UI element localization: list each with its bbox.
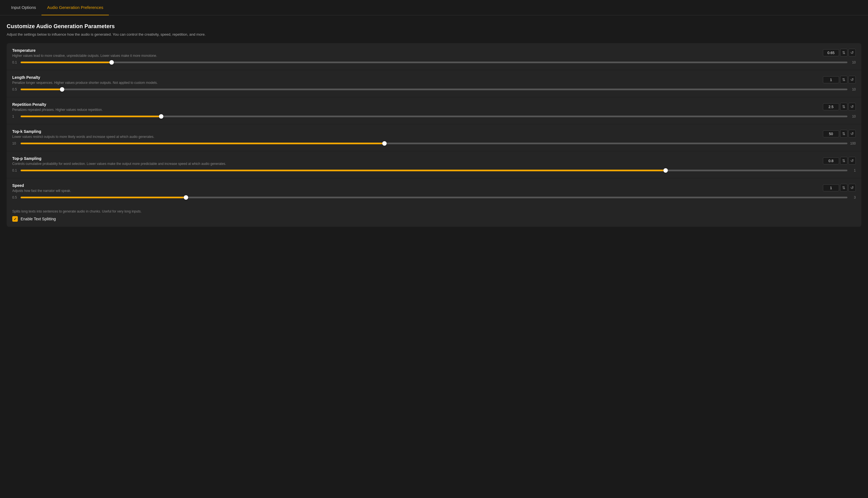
slider-min-temperature: 0.1 (12, 61, 18, 64)
slider-fill-top-k-sampling (21, 143, 385, 144)
slider-fill-repetition-penalty (21, 116, 161, 117)
checkbox-row: ✓ Enable Text Splitting (12, 216, 856, 222)
param-left-top-p-sampling: Top-p Sampling Controls cumulative proba… (12, 156, 818, 166)
slider-thumb-temperature[interactable] (109, 60, 114, 65)
footer-description: Splits long texts into sentences to gene… (12, 209, 856, 213)
slider-thumb-speed[interactable] (184, 195, 188, 200)
slider-thumb-top-p-sampling[interactable] (663, 168, 668, 173)
slider-thumb-length-penalty[interactable] (60, 87, 64, 92)
param-desc-length-penalty: Penalize longer sequences. Higher values… (12, 81, 818, 85)
param-reset-btn-temperature[interactable]: ↺ (849, 49, 856, 56)
param-spinner-btn-temperature[interactable]: ⇅ (840, 49, 847, 56)
slider-bg-temperature (21, 62, 847, 63)
slider-track-top-p-sampling (21, 170, 847, 171)
slider-bg-length-penalty (21, 89, 847, 90)
param-left-speed: Speed Adjusts how fast the narrator will… (12, 183, 818, 193)
param-controls-repetition-penalty: ⇅ ↺ (823, 103, 856, 110)
param-reset-btn-top-k-sampling[interactable]: ↺ (849, 130, 856, 137)
param-value-input-temperature[interactable] (823, 49, 839, 56)
param-section-repetition-penalty: Repetition Penalty Penalizes repeated ph… (7, 97, 861, 124)
param-desc-top-k-sampling: Lower values restrict outputs to more li… (12, 135, 818, 139)
slider-track-temperature (21, 62, 847, 63)
tab-input-options[interactable]: Input Options (5, 0, 41, 15)
param-reset-btn-speed[interactable]: ↺ (849, 184, 856, 192)
param-value-input-top-p-sampling[interactable] (823, 157, 839, 164)
param-controls-speed: ⇅ ↺ (823, 184, 856, 192)
slider-thumb-top-k-sampling[interactable] (382, 141, 387, 146)
slider-max-top-p-sampling: 1 (850, 169, 856, 172)
page-description: Adjust the settings below to influence h… (7, 32, 861, 37)
param-spinner-btn-repetition-penalty[interactable]: ⇅ (840, 103, 847, 110)
slider-row-repetition-penalty: 1 10 (12, 115, 856, 118)
param-controls-temperature: ⇅ ↺ (823, 49, 856, 56)
param-left-length-penalty: Length Penalty Penalize longer sequences… (12, 75, 818, 85)
slider-track-top-k-sampling (21, 143, 847, 144)
param-section-top-p-sampling: Top-p Sampling Controls cumulative proba… (7, 151, 861, 178)
param-name-length-penalty: Length Penalty (12, 75, 818, 80)
param-desc-top-p-sampling: Controls cumulative probability for word… (12, 162, 818, 166)
slider-min-speed: 0.5 (12, 196, 18, 199)
param-left-top-k-sampling: Top-k Sampling Lower values restrict out… (12, 129, 818, 139)
slider-max-repetition-penalty: 10 (850, 115, 856, 118)
checkbox-box: ✓ (12, 216, 18, 222)
param-section-speed: Speed Adjusts how fast the narrator will… (7, 178, 861, 205)
param-value-input-repetition-penalty[interactable] (823, 103, 839, 110)
main-content: Customize Audio Generation Parameters Ad… (0, 15, 868, 235)
param-name-repetition-penalty: Repetition Penalty (12, 102, 818, 107)
slider-min-repetition-penalty: 1 (12, 115, 18, 118)
slider-track-length-penalty (21, 89, 847, 90)
param-header-length-penalty: Length Penalty Penalize longer sequences… (12, 75, 856, 85)
param-section-temperature: Temperature Higher values lead to more c… (7, 43, 861, 70)
param-desc-temperature: Higher values lead to more creative, unp… (12, 54, 818, 58)
param-reset-btn-length-penalty[interactable]: ↺ (849, 76, 856, 83)
param-desc-speed: Adjusts how fast the narrator will speak… (12, 189, 818, 193)
param-value-input-length-penalty[interactable] (823, 76, 839, 83)
page-title: Customize Audio Generation Parameters (7, 23, 861, 29)
param-spinner-btn-top-p-sampling[interactable]: ⇅ (840, 157, 847, 165)
slider-fill-temperature (21, 62, 112, 63)
param-header-repetition-penalty: Repetition Penalty Penalizes repeated ph… (12, 102, 856, 112)
slider-max-speed: 3 (850, 196, 856, 199)
param-name-top-p-sampling: Top-p Sampling (12, 156, 818, 161)
slider-min-top-k-sampling: 10 (12, 142, 18, 145)
slider-max-temperature: 10 (850, 61, 856, 64)
slider-row-temperature: 0.1 10 (12, 61, 856, 64)
checkbox-check-icon: ✓ (14, 217, 17, 221)
param-header-temperature: Temperature Higher values lead to more c… (12, 48, 856, 58)
slider-fill-length-penalty (21, 89, 62, 90)
slider-track-repetition-penalty (21, 116, 847, 117)
param-header-top-p-sampling: Top-p Sampling Controls cumulative proba… (12, 156, 856, 166)
param-controls-top-p-sampling: ⇅ ↺ (823, 157, 856, 165)
param-header-top-k-sampling: Top-k Sampling Lower values restrict out… (12, 129, 856, 139)
checkbox-label: Enable Text Splitting (21, 217, 56, 221)
param-section-length-penalty: Length Penalty Penalize longer sequences… (7, 70, 861, 97)
param-name-top-k-sampling: Top-k Sampling (12, 129, 818, 134)
param-value-input-speed[interactable] (823, 184, 839, 191)
slider-min-length-penalty: 0.5 (12, 88, 18, 91)
slider-row-top-k-sampling: 10 100 (12, 142, 856, 145)
param-controls-length-penalty: ⇅ ↺ (823, 76, 856, 83)
slider-row-length-penalty: 0.5 10 (12, 88, 856, 91)
param-spinner-btn-top-k-sampling[interactable]: ⇅ (840, 130, 847, 137)
param-spinner-btn-length-penalty[interactable]: ⇅ (840, 76, 847, 83)
slider-fill-speed (21, 197, 186, 198)
param-spinner-btn-speed[interactable]: ⇅ (840, 184, 847, 192)
param-controls-top-k-sampling: ⇅ ↺ (823, 130, 856, 137)
tab-audio-generation-preferences[interactable]: Audio Generation Preferences (41, 0, 109, 15)
param-reset-btn-repetition-penalty[interactable]: ↺ (849, 103, 856, 110)
slider-fill-top-p-sampling (21, 170, 666, 171)
slider-row-top-p-sampling: 0.1 1 (12, 169, 856, 172)
param-left-temperature: Temperature Higher values lead to more c… (12, 48, 818, 58)
slider-thumb-repetition-penalty[interactable] (159, 114, 163, 119)
param-name-temperature: Temperature (12, 48, 818, 53)
slider-row-speed: 0.5 3 (12, 196, 856, 199)
slider-max-length-penalty: 10 (850, 88, 856, 91)
param-left-repetition-penalty: Repetition Penalty Penalizes repeated ph… (12, 102, 818, 112)
param-section-top-k-sampling: Top-k Sampling Lower values restrict out… (7, 124, 861, 151)
param-value-input-top-k-sampling[interactable] (823, 130, 839, 137)
enable-text-splitting-checkbox[interactable]: ✓ Enable Text Splitting (12, 216, 56, 222)
param-desc-repetition-penalty: Penalizes repeated phrases. Higher value… (12, 108, 818, 112)
param-header-speed: Speed Adjusts how fast the narrator will… (12, 183, 856, 193)
tab-bar: Input Options Audio Generation Preferenc… (0, 0, 868, 15)
param-reset-btn-top-p-sampling[interactable]: ↺ (849, 157, 856, 165)
